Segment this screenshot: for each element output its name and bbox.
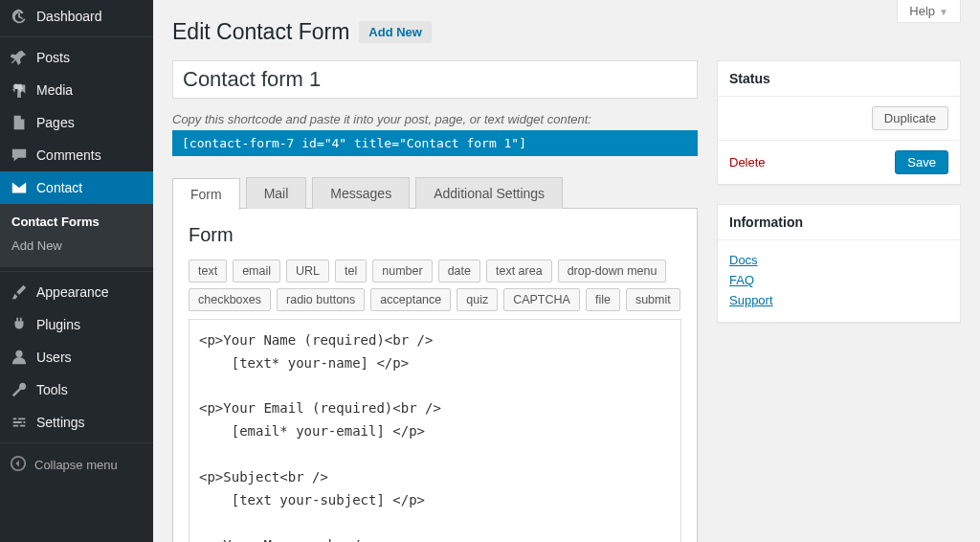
sidebar-item-label: Tools xyxy=(36,382,68,397)
admin-sidebar: Dashboard Posts Media Pages Comments Con… xyxy=(0,0,153,542)
tab-messages[interactable]: Messages xyxy=(312,177,410,209)
page-icon xyxy=(10,114,29,131)
tag-button-dropdown[interactable]: drop-down menu xyxy=(558,260,667,282)
info-link-support[interactable]: Support xyxy=(729,290,948,310)
chevron-down-icon: ▼ xyxy=(939,7,948,17)
sidebar-item-label: Media xyxy=(36,82,73,98)
information-heading: Information xyxy=(718,205,960,240)
tab-form[interactable]: Form xyxy=(172,178,240,210)
save-button[interactable]: Save xyxy=(895,150,948,174)
sidebar-item-label: Appearance xyxy=(36,284,109,300)
tag-button-captcha[interactable]: CAPTCHA xyxy=(503,288,580,311)
status-postbox: Status Duplicate Delete Save xyxy=(717,60,961,185)
svg-point-0 xyxy=(13,84,18,89)
sidebar-item-media[interactable]: Media xyxy=(0,74,153,106)
media-icon xyxy=(10,81,29,99)
status-heading: Status xyxy=(718,61,960,97)
tag-generator-row: text email URL tel number date text area… xyxy=(189,260,681,311)
pin-icon xyxy=(10,49,29,66)
sidebar-item-label: Contact xyxy=(36,180,82,195)
help-tab[interactable]: Help▼ xyxy=(897,0,961,23)
form-panel: Form text email URL tel number date text… xyxy=(172,208,698,542)
page-title: Edit Contact Form xyxy=(172,19,349,45)
sidebar-item-appearance[interactable]: Appearance xyxy=(0,276,153,308)
tag-button-textarea[interactable]: text area xyxy=(486,260,552,282)
sidebar-item-label: Comments xyxy=(36,147,101,163)
sidebar-item-contact[interactable]: Contact xyxy=(0,171,153,204)
sliders-icon xyxy=(10,414,29,431)
user-icon xyxy=(10,349,29,366)
info-link-faq[interactable]: FAQ xyxy=(729,270,948,290)
help-label: Help xyxy=(909,4,935,18)
info-link-docs[interactable]: Docs xyxy=(729,250,948,270)
dashboard-icon xyxy=(10,8,29,25)
duplicate-button[interactable]: Duplicate xyxy=(872,106,948,130)
delete-link[interactable]: Delete xyxy=(729,155,766,169)
tag-button-date[interactable]: date xyxy=(438,260,480,282)
sidebar-subitem-contact-forms[interactable]: Contact Forms xyxy=(0,210,153,234)
comment-icon xyxy=(10,147,29,164)
form-template-textarea[interactable] xyxy=(189,319,681,542)
sidebar-item-plugins[interactable]: Plugins xyxy=(0,308,153,341)
panel-heading: Form xyxy=(189,224,681,246)
tag-button-url[interactable]: URL xyxy=(286,260,329,282)
tag-button-tel[interactable]: tel xyxy=(335,260,367,282)
sidebar-item-label: Posts xyxy=(36,50,70,65)
sidebar-item-users[interactable]: Users xyxy=(0,341,153,373)
side-column: Status Duplicate Delete Save Information… xyxy=(717,60,961,342)
wrench-icon xyxy=(10,381,29,398)
envelope-icon xyxy=(10,179,29,196)
sidebar-item-dashboard[interactable]: Dashboard xyxy=(0,0,153,33)
sidebar-item-label: Plugins xyxy=(36,317,80,332)
shortcode-display[interactable]: [contact-form-7 id="4" title="Contact fo… xyxy=(172,130,698,156)
sidebar-collapse-label: Collapse menu xyxy=(34,458,118,472)
brush-icon xyxy=(10,283,29,301)
tag-button-checkboxes[interactable]: checkboxes xyxy=(189,288,271,311)
sidebar-collapse-button[interactable]: Collapse menu xyxy=(0,447,153,483)
page-heading-row: Edit Contact Form Add New xyxy=(172,19,961,45)
tag-button-submit[interactable]: submit xyxy=(626,288,680,311)
tag-button-email[interactable]: email xyxy=(233,260,280,282)
form-title-input[interactable] xyxy=(172,60,698,99)
tag-button-radio[interactable]: radio buttons xyxy=(277,288,365,311)
sidebar-subitem-add-new[interactable]: Add New xyxy=(0,234,153,258)
sidebar-item-posts[interactable]: Posts xyxy=(0,41,153,74)
tag-button-text[interactable]: text xyxy=(189,260,227,282)
sidebar-submenu-contact: Contact Forms Add New xyxy=(0,204,153,267)
sidebar-item-settings[interactable]: Settings xyxy=(0,406,153,439)
plug-icon xyxy=(10,316,29,333)
main-content: Help▼ Edit Contact Form Add New Copy thi… xyxy=(153,0,980,542)
tag-button-quiz[interactable]: quiz xyxy=(457,288,498,311)
sidebar-item-comments[interactable]: Comments xyxy=(0,139,153,171)
editor-tabs: Form Mail Messages Additional Settings xyxy=(172,177,698,209)
tag-button-acceptance[interactable]: acceptance xyxy=(370,288,451,311)
sidebar-item-label: Users xyxy=(36,350,72,365)
tag-button-file[interactable]: file xyxy=(586,288,620,311)
collapse-icon xyxy=(10,455,27,475)
shortcode-hint: Copy this shortcode and paste it into yo… xyxy=(172,112,698,126)
svg-point-1 xyxy=(15,350,22,357)
sidebar-item-label: Settings xyxy=(36,415,85,430)
main-column: Copy this shortcode and paste it into yo… xyxy=(172,60,698,542)
sidebar-item-label: Pages xyxy=(36,115,75,130)
information-postbox: Information Docs FAQ Support xyxy=(717,204,961,323)
sidebar-item-tools[interactable]: Tools xyxy=(0,373,153,406)
tab-mail[interactable]: Mail xyxy=(246,177,307,209)
sidebar-item-pages[interactable]: Pages xyxy=(0,106,153,139)
tab-additional-settings[interactable]: Additional Settings xyxy=(415,177,563,209)
sidebar-item-label: Dashboard xyxy=(36,9,102,24)
add-new-button[interactable]: Add New xyxy=(359,21,432,43)
tag-button-number[interactable]: number xyxy=(372,260,432,282)
